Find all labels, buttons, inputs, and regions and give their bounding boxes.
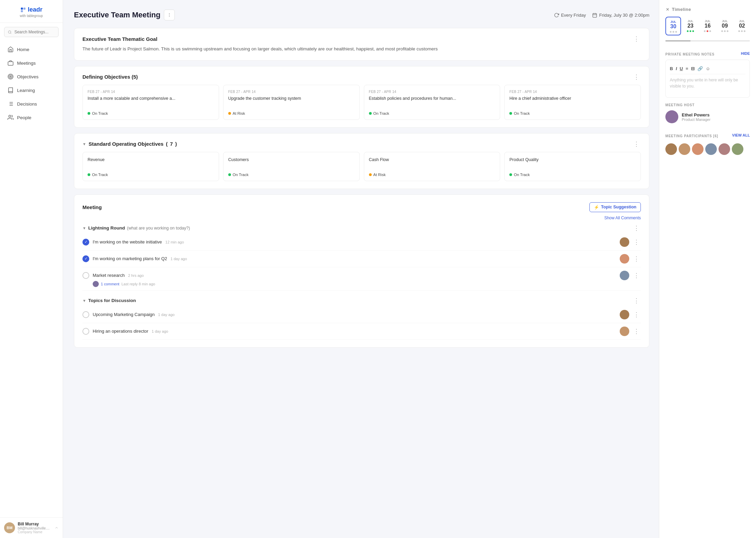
show-all-comments[interactable]: Show All Comments xyxy=(82,216,641,220)
footer-user-email: bill@husknashville.... xyxy=(18,526,52,530)
participant-avatar xyxy=(705,143,717,155)
avatar xyxy=(620,327,629,336)
task-time: 1 day ago xyxy=(158,313,174,317)
comment-link[interactable]: 1 comment xyxy=(101,282,119,286)
chevron-down-icon[interactable]: ▼ xyxy=(82,142,86,146)
task-options[interactable]: ⋮ xyxy=(632,239,641,245)
task-left: Market research 2 hrs ago xyxy=(82,272,620,279)
lightning-icon: ⚡ xyxy=(594,205,599,210)
task-checkbox[interactable] xyxy=(82,272,89,279)
more-options-button[interactable] xyxy=(164,10,175,20)
dot xyxy=(707,30,708,32)
defining-objectives-grid: FEB 27 - APR 14 Install a more scalable … xyxy=(82,85,641,120)
notes-hide-button[interactable]: HIDE xyxy=(741,51,750,56)
dot xyxy=(704,30,706,32)
lightning-round-header: ▼ Lightning Round (what are you working … xyxy=(82,223,641,234)
task-options[interactable]: ⋮ xyxy=(632,256,641,262)
user-avatar: BM xyxy=(4,522,15,533)
list-item[interactable]: FEB 27 - APR 14 Hire a chief administrat… xyxy=(504,85,641,120)
timeline-date-jul09[interactable]: JUL 09 xyxy=(717,17,732,35)
obj-name: Install a more scalable and comprehensiv… xyxy=(88,96,214,108)
task-row: Market research 2 hrs ago ⋮ xyxy=(82,271,641,280)
dot xyxy=(687,30,689,32)
topics-options[interactable]: ⋮ xyxy=(632,298,641,304)
sidebar-item-people[interactable]: People xyxy=(2,111,61,124)
host-avatar xyxy=(665,110,678,123)
svg-point-3 xyxy=(8,31,11,33)
obj-status: On Track xyxy=(509,111,636,115)
defining-objectives-header: Defining Objectives (5) ⋮ xyxy=(82,74,641,80)
italic-button[interactable]: I xyxy=(676,66,677,71)
obj-date: FEB 27 - APR 14 xyxy=(369,90,495,94)
list-item[interactable]: FEB 27 - APR 14 Install a more scalable … xyxy=(82,85,219,120)
home-icon xyxy=(7,46,14,52)
search-input[interactable] xyxy=(14,30,55,34)
task-checkbox[interactable] xyxy=(82,239,89,246)
list-item[interactable]: Cash Flow At Risk xyxy=(364,152,500,181)
topic-suggestion-button[interactable]: ⚡ Topic Suggestion xyxy=(589,202,641,212)
task-time: 1 day ago xyxy=(171,257,187,261)
status-dot-green xyxy=(228,173,231,176)
bullet-list-button[interactable]: ≡ xyxy=(685,66,688,71)
chevron-down-icon[interactable]: ▼ xyxy=(82,226,86,230)
sidebar-item-decisions[interactable]: Decisions xyxy=(2,97,61,110)
list-item[interactable]: FEB 27 - APR 14 Upgrade the customer tra… xyxy=(223,85,360,120)
list-icon xyxy=(7,101,14,107)
timeline-dots xyxy=(701,30,714,32)
sidebar-item-learning[interactable]: Learning xyxy=(2,84,61,97)
obj-date: FEB 27 - APR 14 xyxy=(509,90,636,94)
sidebar-item-objectives[interactable]: Objectives xyxy=(2,70,61,83)
task-checkbox[interactable] xyxy=(82,255,89,262)
task-checkbox[interactable] xyxy=(82,328,89,335)
commenter-avatar xyxy=(93,281,99,287)
participant-avatar xyxy=(679,143,690,155)
timeline-date-jul16[interactable]: JUL 16 xyxy=(700,17,715,35)
ordered-list-button[interactable]: ⊟ xyxy=(691,66,695,71)
standard-objectives-grid: Revenue On Track Customers On Track Cash… xyxy=(82,152,641,181)
chevron-down-icon[interactable]: ▼ xyxy=(82,299,86,303)
participant-avatar xyxy=(732,143,743,155)
svg-point-15 xyxy=(169,13,170,14)
search-box[interactable] xyxy=(4,27,59,37)
sidebar-item-meetings[interactable]: Meetings xyxy=(2,57,61,69)
dot xyxy=(741,30,743,32)
timeline-date-jul02[interactable]: JUL 02 xyxy=(734,17,750,35)
dot xyxy=(673,31,674,33)
notes-placeholder[interactable]: Anything you write in here will only be … xyxy=(670,77,745,94)
list-item[interactable]: Customers On Track xyxy=(223,152,360,181)
underline-button[interactable]: U xyxy=(680,66,683,71)
task-checkbox[interactable] xyxy=(82,311,89,318)
sobj-name: Revenue xyxy=(88,157,214,169)
bold-button[interactable]: B xyxy=(670,66,673,71)
list-item[interactable]: Product Quality On Track xyxy=(504,152,641,181)
list-item[interactable]: FEB 27 - APR 14 Establish policies and p… xyxy=(364,85,500,120)
users-icon xyxy=(7,114,14,121)
task-options[interactable]: ⋮ xyxy=(632,328,641,334)
task-options[interactable]: ⋮ xyxy=(632,272,641,279)
header-meta: Every Friday Friday, July 30 @ 2:00pm xyxy=(554,13,649,18)
lightning-round-options[interactable]: ⋮ xyxy=(632,225,641,231)
notes-section-header: PRIVATE MEETING NOTES HIDE xyxy=(665,47,750,60)
host-row: Ethel Powers Product Manager xyxy=(665,110,750,123)
obj-name: Establish policies and procedures for hu… xyxy=(369,96,495,108)
defining-objectives-options[interactable]: ⋮ xyxy=(632,74,641,80)
view-all-participants-button[interactable]: VIEW ALL xyxy=(732,133,750,137)
comment-meta: Last reply 8 min ago xyxy=(121,282,155,286)
footer-user-info: Bill Murray bill@husknashville.... Compa… xyxy=(18,522,52,534)
thematic-goal-options[interactable]: ⋮ xyxy=(632,36,641,42)
lightning-round-title: ▼ Lightning Round (what are you working … xyxy=(82,225,190,231)
thematic-goal-body: The future of Leadr is Project Salmon. T… xyxy=(82,45,641,53)
svg-point-14 xyxy=(9,115,11,117)
emoji-button[interactable]: ☺ xyxy=(706,66,710,71)
list-item[interactable]: Revenue On Track xyxy=(82,152,219,181)
avatar xyxy=(620,271,629,280)
task-text: I'm working on marketing plans for Q2 xyxy=(93,256,167,261)
sidebar-item-home[interactable]: Home xyxy=(2,43,61,56)
timeline-date-jul23[interactable]: JUL 23 xyxy=(682,17,698,35)
sidebar-item-home-label: Home xyxy=(17,47,29,52)
timeline-date-jul30[interactable]: JUL 30 xyxy=(665,17,681,35)
task-options[interactable]: ⋮ xyxy=(632,312,641,318)
standard-objectives-options[interactable]: ⋮ xyxy=(632,141,641,147)
link-button[interactable]: 🔗 xyxy=(697,66,703,71)
sidebar-nav: Home Meetings Objectives Learning Decisi… xyxy=(0,40,63,517)
